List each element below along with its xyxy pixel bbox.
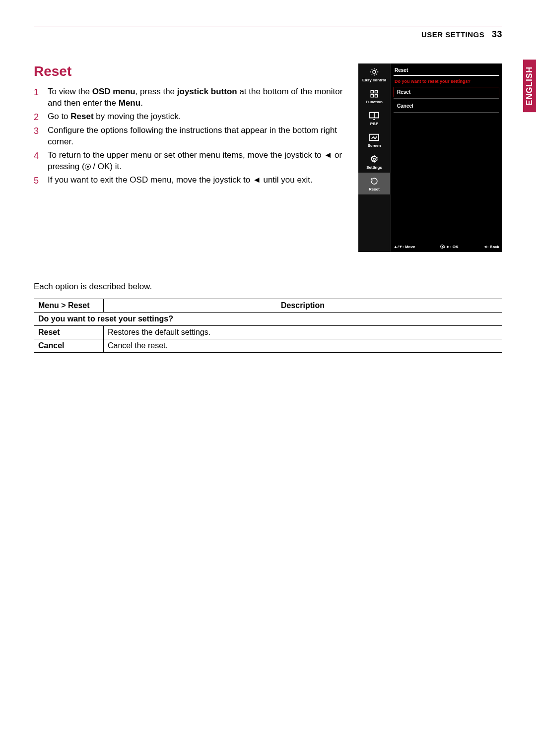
options-table: Menu > Reset Description Do you want to …	[34, 299, 502, 353]
osd-panel-title: Reset	[394, 63, 499, 76]
joystick-press-icon	[85, 164, 91, 170]
step-3: 3 Configure the options following the in…	[34, 125, 348, 148]
step-text: If you want to exit the OSD menu, move t…	[48, 175, 348, 186]
reset-icon	[369, 177, 380, 186]
option-desc: Restores the default settings.	[104, 326, 502, 339]
step-number: 5	[34, 175, 41, 187]
osd-hint-ok: / ►: OK	[440, 245, 459, 249]
picture-icon	[369, 133, 380, 142]
step-number: 1	[34, 86, 41, 98]
step-4: 4 To return to the upper menu or set oth…	[34, 150, 348, 173]
osd-body: Easy control Function PBP Screen	[358, 63, 502, 252]
step-text: Go to Reset by moving the joystick.	[48, 111, 348, 123]
manual-page: USER SETTINGS 33 ENGLISH Reset 1 To view…	[0, 0, 536, 756]
gear-icon	[369, 155, 380, 164]
svg-rect-1	[371, 90, 373, 93]
step-number: 2	[34, 111, 41, 123]
section-name: USER SETTINGS	[421, 30, 484, 39]
osd-side-pbp[interactable]: PBP	[358, 107, 390, 129]
osd-hint-move: ▲/▼: Move	[394, 245, 415, 249]
col-description: Description	[104, 299, 502, 313]
osd-side-screen[interactable]: Screen	[358, 129, 390, 151]
osd-side-reset[interactable]: Reset	[358, 173, 390, 194]
monitor-split-icon	[369, 111, 380, 120]
svg-rect-2	[375, 90, 378, 93]
osd-question: Do you want to reset your settings?	[394, 76, 499, 87]
col-menu: Menu > Reset	[34, 299, 104, 313]
osd-option-cancel[interactable]: Cancel	[394, 101, 499, 111]
step-number: 3	[34, 125, 41, 137]
joystick-press-icon	[440, 245, 444, 249]
running-header: USER SETTINGS 33	[34, 29, 502, 40]
table-row: Reset Restores the default settings.	[34, 326, 502, 339]
osd-separator	[394, 98, 499, 99]
svg-point-0	[373, 70, 376, 73]
osd-hint-back: ◄: Back	[483, 245, 499, 249]
table-question: Do you want to reset your settings?	[34, 313, 502, 326]
osd-screenshot: Easy control Function PBP Screen	[358, 63, 502, 252]
step-text: Configure the options following the inst…	[48, 125, 348, 148]
osd-main-panel: Reset Do you want to reset your settings…	[390, 63, 502, 252]
section-title: Reset	[34, 63, 348, 79]
osd-sidebar: Easy control Function PBP Screen	[358, 63, 390, 252]
osd-separator	[394, 112, 499, 113]
svg-rect-3	[371, 95, 373, 97]
header-rule	[34, 26, 502, 26]
table-header-row: Menu > Reset Description	[34, 299, 502, 313]
steps-list: 1 To view the OSD menu, press the joysti…	[34, 86, 348, 187]
page-number: 33	[492, 29, 502, 39]
osd-side-settings[interactable]: Settings	[358, 151, 390, 173]
option-name: Reset	[34, 326, 104, 339]
step-2: 2 Go to Reset by moving the joystick.	[34, 111, 348, 123]
content-row: Reset 1 To view the OSD menu, press the …	[34, 63, 502, 252]
option-name: Cancel	[34, 339, 104, 353]
table-row: Cancel Cancel the reset.	[34, 339, 502, 353]
osd-side-function[interactable]: Function	[358, 85, 390, 107]
step-1: 1 To view the OSD menu, press the joysti…	[34, 86, 348, 109]
osd-footer-hints: ▲/▼: Move / ►: OK ◄: Back	[394, 245, 499, 249]
step-5: 5 If you want to exit the OSD menu, move…	[34, 175, 348, 187]
osd-side-easy-control[interactable]: Easy control	[358, 63, 390, 85]
step-text: To return to the upper menu or set other…	[48, 150, 348, 173]
instructions-column: Reset 1 To view the OSD menu, press the …	[34, 63, 348, 252]
language-tab: ENGLISH	[523, 60, 536, 112]
step-number: 4	[34, 150, 41, 162]
osd-option-reset[interactable]: Reset	[394, 87, 499, 97]
svg-point-7	[373, 158, 376, 161]
options-intro: Each option is described below.	[34, 282, 502, 292]
left-arrow-icon: ◄	[324, 150, 333, 160]
left-arrow-icon: ◄	[253, 175, 261, 185]
option-desc: Cancel the reset.	[104, 339, 502, 353]
svg-rect-4	[375, 95, 378, 97]
step-text: To view the OSD menu, press the joystick…	[48, 86, 348, 109]
grid-icon	[369, 89, 380, 98]
table-question-row: Do you want to reset your settings?	[34, 313, 502, 326]
sliders-icon	[369, 67, 380, 76]
